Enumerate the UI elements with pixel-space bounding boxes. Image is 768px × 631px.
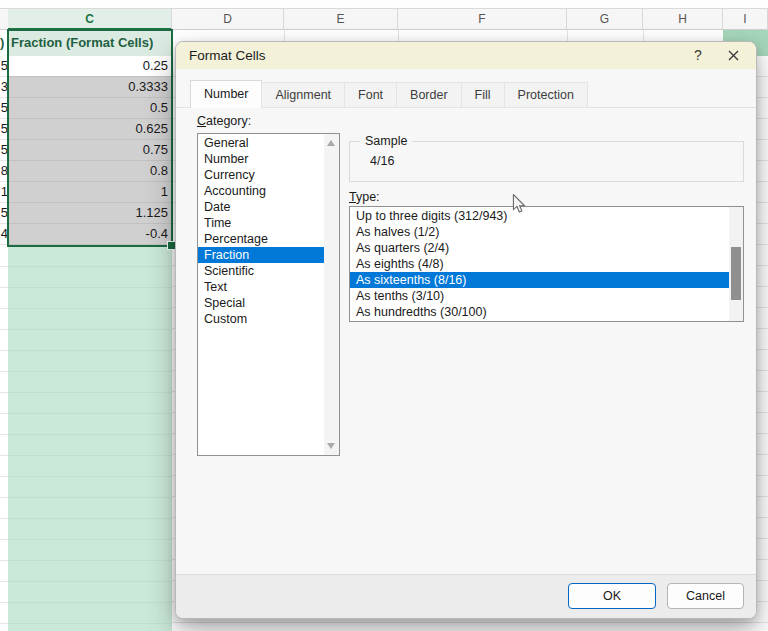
type-scrollbar[interactable] — [729, 207, 743, 321]
category-item[interactable]: Date — [198, 199, 324, 215]
type-label: Type: — [349, 190, 380, 204]
category-item[interactable]: Special — [198, 295, 324, 311]
type-item[interactable]: As halves (1/2) — [350, 224, 729, 240]
cell-B-partial[interactable]: 1 — [0, 182, 8, 203]
type-item[interactable]: As sixteenths (8/16) — [350, 272, 729, 288]
table-row: 50.25 — [0, 56, 172, 77]
column-header-strip: CDEFGHI — [0, 8, 768, 30]
table-row: 4-0.4 — [0, 224, 172, 245]
cell-C-value[interactable]: 0.5 — [8, 98, 172, 119]
close-button[interactable] — [719, 42, 747, 69]
type-item[interactable]: As hundredths (30/100) — [350, 304, 729, 320]
category-item[interactable]: Time — [198, 215, 324, 231]
cell-B-partial[interactable]: 5 — [0, 203, 8, 224]
cell-B-partial[interactable]: 5 — [0, 98, 8, 119]
fill-handle[interactable] — [168, 242, 175, 249]
column-c-green-fill[interactable] — [8, 246, 172, 631]
tab-border[interactable]: Border — [396, 82, 462, 108]
cell-C-value[interactable]: 1 — [8, 182, 172, 203]
dialog-title: Format Cells — [189, 42, 266, 69]
sample-value: 4/16 — [370, 154, 394, 168]
close-icon — [728, 50, 739, 61]
type-item[interactable]: As tenths (3/10) — [350, 288, 729, 304]
tab-number[interactable]: Number — [190, 80, 262, 108]
scroll-down-icon[interactable] — [327, 443, 335, 449]
category-label: Category: — [197, 114, 251, 128]
column-header-F[interactable]: F — [398, 9, 567, 30]
type-item[interactable]: As eighths (4/8) — [350, 256, 729, 272]
cell-C-value[interactable]: -0.4 — [8, 224, 172, 245]
category-item[interactable]: General — [198, 135, 324, 151]
table-row: 11 — [0, 182, 172, 203]
cancel-button[interactable]: Cancel — [667, 583, 744, 609]
dialog-footer: OK Cancel — [176, 574, 756, 618]
cell-B-partial[interactable]: 5 — [0, 119, 8, 140]
cell-B-partial[interactable]: 4 — [0, 224, 8, 245]
cell-C-value[interactable]: 0.3333 — [8, 77, 172, 98]
tab-strip: NumberAlignmentFontBorderFillProtection — [191, 80, 588, 108]
cell-B-partial[interactable]: 5 — [0, 140, 8, 161]
column-b-empty-rows[interactable] — [0, 246, 8, 631]
cell-C-value[interactable]: 0.25 — [8, 56, 172, 77]
category-item[interactable]: Custom — [198, 311, 324, 327]
table-row: 50.625 — [0, 119, 172, 140]
type-item[interactable]: Up to three digits (312/943) — [350, 208, 729, 224]
scroll-up-icon[interactable] — [327, 140, 335, 146]
column-header-G[interactable]: G — [567, 9, 643, 30]
table-row: 30.3333 — [0, 77, 172, 98]
category-item[interactable]: Number — [198, 151, 324, 167]
tab-font[interactable]: Font — [344, 82, 397, 108]
cell-C-value[interactable]: 0.8 — [8, 161, 172, 182]
help-button[interactable]: ? — [687, 42, 709, 69]
category-item[interactable]: Scientific — [198, 263, 324, 279]
type-item[interactable]: As quarters (2/4) — [350, 240, 729, 256]
category-item[interactable]: Currency — [198, 167, 324, 183]
ok-button[interactable]: OK — [568, 583, 656, 609]
tab-fill[interactable]: Fill — [461, 82, 505, 108]
cell-C1-header[interactable]: Fraction (Format Cells) — [8, 30, 172, 56]
category-item[interactable]: Fraction — [198, 247, 324, 263]
table-row: 51.125 — [0, 203, 172, 224]
table-row: 50.75 — [0, 140, 172, 161]
cell-B1-partial[interactable]: ) — [0, 30, 8, 56]
category-item[interactable]: Percentage — [198, 231, 324, 247]
category-item[interactable]: Accounting — [198, 183, 324, 199]
cell-B-partial[interactable]: 5 — [0, 56, 8, 77]
column-header-C[interactable]: C — [8, 9, 172, 30]
tab-alignment[interactable]: Alignment — [261, 82, 345, 108]
cell-B-partial[interactable]: 8 — [0, 161, 8, 182]
cell-C-value[interactable]: 0.625 — [8, 119, 172, 140]
cell-C-value[interactable]: 0.75 — [8, 140, 172, 161]
table-row: 50.5 — [0, 98, 172, 119]
column-header-H[interactable]: H — [643, 9, 723, 30]
dialog-titlebar[interactable]: Format Cells ? — [176, 42, 756, 69]
formula-bar-bottom-strip — [0, 0, 768, 8]
format-cells-dialog: Format Cells ? NumberAlignmentFontBorder… — [175, 41, 757, 619]
sample-label: Sample — [360, 134, 412, 148]
cell-B-partial[interactable]: 3 — [0, 77, 8, 98]
category-item[interactable]: Text — [198, 279, 324, 295]
tab-protection[interactable]: Protection — [504, 82, 588, 108]
type-scrollbar-thumb[interactable] — [731, 247, 741, 300]
category-listbox[interactable]: GeneralNumberCurrencyAccountingDateTimeP… — [197, 133, 340, 456]
cell-C-value[interactable]: 1.125 — [8, 203, 172, 224]
type-listbox[interactable]: Up to three digits (312/943)As halves (1… — [349, 206, 744, 322]
table-row: 80.8 — [0, 161, 172, 182]
column-header-D[interactable]: D — [172, 9, 284, 30]
column-header-I[interactable]: I — [723, 9, 768, 30]
column-header-E[interactable]: E — [284, 9, 398, 30]
sample-groupbox: Sample 4/16 — [349, 141, 744, 182]
category-scrollbar[interactable] — [324, 134, 339, 455]
